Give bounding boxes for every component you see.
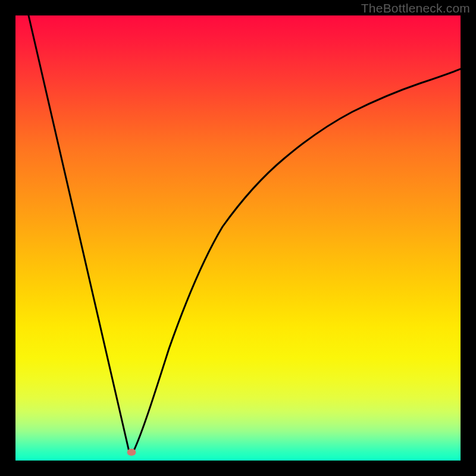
curve-path [29,15,461,452]
curve-svg [15,15,461,461]
watermark-text: TheBottleneck.com [361,1,470,15]
plot-area [15,15,461,461]
minimum-marker [127,449,136,456]
chart-frame: TheBottleneck.com [0,0,476,476]
